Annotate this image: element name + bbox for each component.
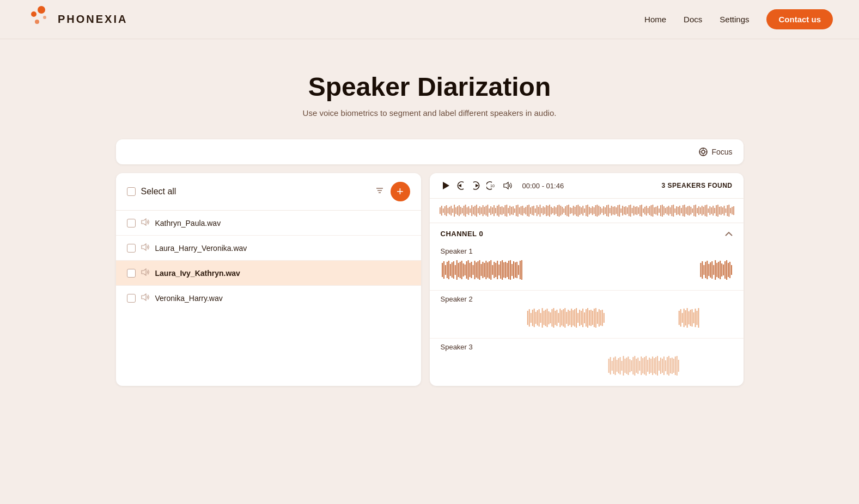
svg-rect-321: [596, 312, 598, 324]
file-checkbox-1[interactable]: [127, 219, 136, 228]
svg-rect-328: [681, 313, 683, 323]
svg-rect-268: [716, 263, 717, 277]
svg-rect-234: [484, 263, 485, 277]
svg-rect-261: [705, 262, 706, 278]
svg-rect-222: [464, 265, 465, 275]
svg-rect-167: [669, 207, 671, 214]
file-checkbox-4[interactable]: [127, 294, 136, 303]
svg-rect-304: [569, 311, 570, 325]
svg-rect-166: [668, 206, 669, 216]
svg-rect-69: [514, 208, 515, 213]
svg-rect-232: [480, 264, 482, 276]
svg-rect-357: [637, 358, 638, 374]
volume-button[interactable]: [503, 181, 514, 190]
svg-rect-348: [623, 356, 624, 376]
svg-rect-379: [673, 359, 674, 373]
svg-rect-187: [701, 206, 702, 216]
svg-rect-296: [556, 310, 557, 326]
svg-rect-104: [569, 207, 570, 214]
contact-button[interactable]: Contact us: [766, 9, 833, 29]
svg-rect-308: [576, 308, 577, 328]
svg-rect-111: [581, 207, 582, 214]
svg-rect-48: [480, 207, 482, 214]
add-file-button[interactable]: +: [391, 182, 410, 201]
svg-rect-343: [614, 357, 616, 375]
svg-rect-115: [587, 205, 588, 217]
svg-rect-58: [496, 206, 497, 216]
svg-rect-235: [485, 261, 486, 279]
svg-rect-33: [457, 206, 458, 215]
svg-rect-65: [508, 208, 509, 213]
svg-rect-71: [517, 205, 518, 217]
svg-rect-370: [659, 361, 660, 371]
logo-area: PHONEXIA: [26, 5, 127, 34]
svg-rect-141: [628, 205, 629, 216]
svg-rect-103: [568, 205, 569, 217]
svg-rect-242: [497, 261, 498, 279]
file-item-active[interactable]: Laura_Ivy_Kathryn.wav: [116, 261, 421, 286]
svg-rect-363: [647, 360, 648, 372]
svg-rect-258: [700, 263, 701, 277]
svg-rect-160: [659, 208, 660, 213]
svg-rect-149: [641, 205, 642, 217]
nav-home[interactable]: Home: [644, 15, 666, 24]
svg-rect-295: [555, 311, 556, 325]
file-item[interactable]: Veronika_Harry.wav: [116, 286, 421, 310]
skip-button[interactable]: 10: [486, 181, 497, 190]
nav-docs[interactable]: Docs: [684, 15, 702, 24]
svg-rect-233: [482, 262, 483, 278]
svg-rect-121: [596, 205, 598, 217]
file-panel: Select all +: [116, 173, 421, 386]
svg-rect-45: [476, 205, 477, 217]
fast-forward-button[interactable]: [471, 181, 481, 190]
svg-rect-157: [654, 207, 655, 214]
main-panel: Focus Select all: [103, 139, 757, 408]
svg-rect-314: [586, 309, 587, 327]
svg-rect-352: [629, 359, 630, 372]
svg-rect-135: [619, 205, 620, 217]
svg-rect-81: [533, 206, 534, 216]
svg-rect-129: [609, 208, 610, 213]
svg-rect-260: [703, 265, 704, 275]
nav-settings[interactable]: Settings: [720, 15, 749, 24]
filter-icon[interactable]: [375, 186, 384, 197]
svg-rect-36: [461, 208, 462, 213]
speaker-3-section: Speaker 3: [430, 339, 744, 386]
svg-rect-192: [709, 206, 710, 215]
focus-button[interactable]: Focus: [698, 147, 732, 157]
speaker-icon-4: [141, 293, 150, 303]
file-item[interactable]: Laura_Harry_Veronika.wav: [116, 236, 421, 261]
speaker-2-waveform-svg: [441, 306, 733, 329]
svg-rect-273: [724, 261, 726, 279]
rewind-button[interactable]: [456, 181, 466, 190]
svg-rect-346: [619, 357, 620, 374]
svg-marker-14: [142, 244, 146, 250]
svg-rect-106: [572, 206, 574, 216]
speaker-1-waveform: [441, 259, 733, 281]
svg-rect-365: [650, 359, 651, 373]
time-display: 00:00 - 01:46: [522, 182, 564, 190]
svg-rect-52: [487, 205, 488, 217]
svg-rect-218: [458, 263, 459, 277]
svg-rect-279: [528, 309, 529, 327]
svg-rect-327: [680, 309, 681, 327]
svg-marker-16: [142, 294, 146, 300]
svg-rect-271: [721, 263, 722, 276]
svg-rect-142: [630, 205, 631, 217]
file-item[interactable]: Kathryn_Paula.wav: [116, 211, 421, 236]
play-button[interactable]: [441, 181, 450, 190]
svg-rect-224: [467, 260, 468, 280]
svg-rect-307: [574, 309, 575, 327]
select-all-checkbox[interactable]: [127, 187, 136, 196]
file-checkbox-3[interactable]: [127, 269, 136, 278]
svg-rect-254: [516, 262, 517, 278]
svg-rect-380: [674, 357, 675, 375]
svg-rect-230: [477, 261, 478, 279]
collapse-channel-button[interactable]: [725, 229, 733, 238]
svg-rect-148: [639, 205, 641, 216]
svg-rect-338: [698, 308, 699, 328]
svg-rect-299: [561, 310, 562, 325]
file-checkbox-2[interactable]: [127, 244, 136, 253]
svg-rect-349: [624, 359, 625, 373]
svg-rect-243: [498, 265, 499, 275]
